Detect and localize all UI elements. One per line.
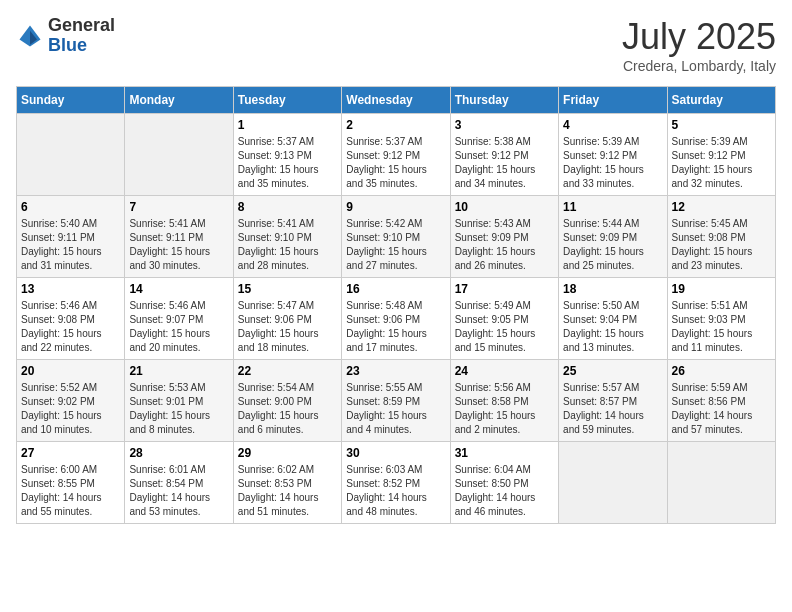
day-number: 11: [563, 200, 662, 214]
day-number: 15: [238, 282, 337, 296]
table-row: 30Sunrise: 6:03 AMSunset: 8:52 PMDayligh…: [342, 442, 450, 524]
table-row: 6Sunrise: 5:40 AMSunset: 9:11 PMDaylight…: [17, 196, 125, 278]
day-number: 7: [129, 200, 228, 214]
day-detail: Sunrise: 5:55 AMSunset: 8:59 PMDaylight:…: [346, 381, 445, 437]
day-number: 6: [21, 200, 120, 214]
table-row: 26Sunrise: 5:59 AMSunset: 8:56 PMDayligh…: [667, 360, 775, 442]
day-detail: Sunrise: 5:49 AMSunset: 9:05 PMDaylight:…: [455, 299, 554, 355]
table-row: 8Sunrise: 5:41 AMSunset: 9:10 PMDaylight…: [233, 196, 341, 278]
table-row: 7Sunrise: 5:41 AMSunset: 9:11 PMDaylight…: [125, 196, 233, 278]
table-row: 18Sunrise: 5:50 AMSunset: 9:04 PMDayligh…: [559, 278, 667, 360]
day-detail: Sunrise: 6:02 AMSunset: 8:53 PMDaylight:…: [238, 463, 337, 519]
day-number: 24: [455, 364, 554, 378]
table-row: 19Sunrise: 5:51 AMSunset: 9:03 PMDayligh…: [667, 278, 775, 360]
table-row: 27Sunrise: 6:00 AMSunset: 8:55 PMDayligh…: [17, 442, 125, 524]
day-number: 27: [21, 446, 120, 460]
day-detail: Sunrise: 5:59 AMSunset: 8:56 PMDaylight:…: [672, 381, 771, 437]
header-tuesday: Tuesday: [233, 87, 341, 114]
day-number: 4: [563, 118, 662, 132]
table-row: 15Sunrise: 5:47 AMSunset: 9:06 PMDayligh…: [233, 278, 341, 360]
day-number: 1: [238, 118, 337, 132]
calendar-week-row: 27Sunrise: 6:00 AMSunset: 8:55 PMDayligh…: [17, 442, 776, 524]
day-number: 3: [455, 118, 554, 132]
day-detail: Sunrise: 5:56 AMSunset: 8:58 PMDaylight:…: [455, 381, 554, 437]
day-detail: Sunrise: 5:57 AMSunset: 8:57 PMDaylight:…: [563, 381, 662, 437]
title-block: July 2025 Credera, Lombardy, Italy: [622, 16, 776, 74]
day-detail: Sunrise: 5:44 AMSunset: 9:09 PMDaylight:…: [563, 217, 662, 273]
day-detail: Sunrise: 5:37 AMSunset: 9:12 PMDaylight:…: [346, 135, 445, 191]
day-detail: Sunrise: 5:47 AMSunset: 9:06 PMDaylight:…: [238, 299, 337, 355]
day-number: 2: [346, 118, 445, 132]
day-number: 9: [346, 200, 445, 214]
day-detail: Sunrise: 5:41 AMSunset: 9:11 PMDaylight:…: [129, 217, 228, 273]
day-number: 20: [21, 364, 120, 378]
table-row: 25Sunrise: 5:57 AMSunset: 8:57 PMDayligh…: [559, 360, 667, 442]
day-detail: Sunrise: 5:48 AMSunset: 9:06 PMDaylight:…: [346, 299, 445, 355]
table-row: 16Sunrise: 5:48 AMSunset: 9:06 PMDayligh…: [342, 278, 450, 360]
day-detail: Sunrise: 5:38 AMSunset: 9:12 PMDaylight:…: [455, 135, 554, 191]
table-row: 9Sunrise: 5:42 AMSunset: 9:10 PMDaylight…: [342, 196, 450, 278]
day-number: 21: [129, 364, 228, 378]
day-detail: Sunrise: 5:52 AMSunset: 9:02 PMDaylight:…: [21, 381, 120, 437]
day-number: 19: [672, 282, 771, 296]
table-row: 11Sunrise: 5:44 AMSunset: 9:09 PMDayligh…: [559, 196, 667, 278]
day-detail: Sunrise: 5:37 AMSunset: 9:13 PMDaylight:…: [238, 135, 337, 191]
header-sunday: Sunday: [17, 87, 125, 114]
day-number: 26: [672, 364, 771, 378]
logo: General Blue: [16, 16, 115, 56]
day-detail: Sunrise: 5:40 AMSunset: 9:11 PMDaylight:…: [21, 217, 120, 273]
day-number: 13: [21, 282, 120, 296]
logo-general: General: [48, 16, 115, 36]
header-saturday: Saturday: [667, 87, 775, 114]
day-detail: Sunrise: 5:50 AMSunset: 9:04 PMDaylight:…: [563, 299, 662, 355]
calendar-table: Sunday Monday Tuesday Wednesday Thursday…: [16, 86, 776, 524]
calendar-week-row: 6Sunrise: 5:40 AMSunset: 9:11 PMDaylight…: [17, 196, 776, 278]
day-detail: Sunrise: 5:42 AMSunset: 9:10 PMDaylight:…: [346, 217, 445, 273]
table-row: 22Sunrise: 5:54 AMSunset: 9:00 PMDayligh…: [233, 360, 341, 442]
day-detail: Sunrise: 5:54 AMSunset: 9:00 PMDaylight:…: [238, 381, 337, 437]
month-year-title: July 2025: [622, 16, 776, 58]
day-detail: Sunrise: 6:01 AMSunset: 8:54 PMDaylight:…: [129, 463, 228, 519]
table-row: [125, 114, 233, 196]
day-detail: Sunrise: 5:45 AMSunset: 9:08 PMDaylight:…: [672, 217, 771, 273]
table-row: [667, 442, 775, 524]
table-row: 29Sunrise: 6:02 AMSunset: 8:53 PMDayligh…: [233, 442, 341, 524]
logo-blue: Blue: [48, 36, 115, 56]
table-row: 14Sunrise: 5:46 AMSunset: 9:07 PMDayligh…: [125, 278, 233, 360]
day-number: 22: [238, 364, 337, 378]
logo-text: General Blue: [48, 16, 115, 56]
header-thursday: Thursday: [450, 87, 558, 114]
logo-icon: [16, 22, 44, 50]
day-detail: Sunrise: 5:43 AMSunset: 9:09 PMDaylight:…: [455, 217, 554, 273]
day-detail: Sunrise: 5:51 AMSunset: 9:03 PMDaylight:…: [672, 299, 771, 355]
table-row: 20Sunrise: 5:52 AMSunset: 9:02 PMDayligh…: [17, 360, 125, 442]
table-row: 2Sunrise: 5:37 AMSunset: 9:12 PMDaylight…: [342, 114, 450, 196]
calendar-header-row: Sunday Monday Tuesday Wednesday Thursday…: [17, 87, 776, 114]
table-row: [17, 114, 125, 196]
day-number: 8: [238, 200, 337, 214]
day-detail: Sunrise: 5:39 AMSunset: 9:12 PMDaylight:…: [563, 135, 662, 191]
day-number: 18: [563, 282, 662, 296]
day-detail: Sunrise: 5:46 AMSunset: 9:07 PMDaylight:…: [129, 299, 228, 355]
table-row: 23Sunrise: 5:55 AMSunset: 8:59 PMDayligh…: [342, 360, 450, 442]
calendar-week-row: 20Sunrise: 5:52 AMSunset: 9:02 PMDayligh…: [17, 360, 776, 442]
day-detail: Sunrise: 5:41 AMSunset: 9:10 PMDaylight:…: [238, 217, 337, 273]
table-row: 3Sunrise: 5:38 AMSunset: 9:12 PMDaylight…: [450, 114, 558, 196]
table-row: 28Sunrise: 6:01 AMSunset: 8:54 PMDayligh…: [125, 442, 233, 524]
header-monday: Monday: [125, 87, 233, 114]
day-number: 17: [455, 282, 554, 296]
day-detail: Sunrise: 6:04 AMSunset: 8:50 PMDaylight:…: [455, 463, 554, 519]
day-number: 10: [455, 200, 554, 214]
day-detail: Sunrise: 5:46 AMSunset: 9:08 PMDaylight:…: [21, 299, 120, 355]
table-row: 10Sunrise: 5:43 AMSunset: 9:09 PMDayligh…: [450, 196, 558, 278]
table-row: 24Sunrise: 5:56 AMSunset: 8:58 PMDayligh…: [450, 360, 558, 442]
day-number: 25: [563, 364, 662, 378]
day-number: 31: [455, 446, 554, 460]
table-row: 4Sunrise: 5:39 AMSunset: 9:12 PMDaylight…: [559, 114, 667, 196]
day-detail: Sunrise: 6:00 AMSunset: 8:55 PMDaylight:…: [21, 463, 120, 519]
day-number: 14: [129, 282, 228, 296]
day-detail: Sunrise: 5:39 AMSunset: 9:12 PMDaylight:…: [672, 135, 771, 191]
table-row: 13Sunrise: 5:46 AMSunset: 9:08 PMDayligh…: [17, 278, 125, 360]
day-detail: Sunrise: 5:53 AMSunset: 9:01 PMDaylight:…: [129, 381, 228, 437]
table-row: [559, 442, 667, 524]
